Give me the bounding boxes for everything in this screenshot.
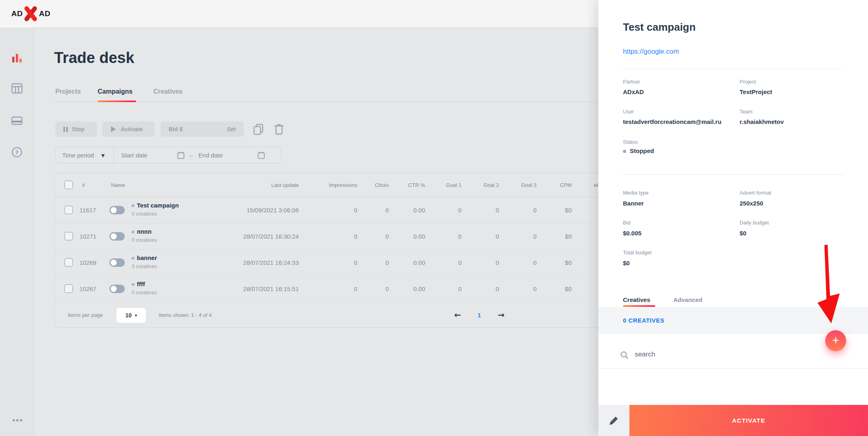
advert-format-value: 250x250 (740, 200, 763, 207)
campaign-row[interactable]: 10267 ffff 0 creatives 28/07/2021 16:15:… (55, 276, 612, 302)
col-clicks: Clicks (375, 173, 389, 197)
filter-divider (113, 147, 114, 163)
time-period-select[interactable]: Time period (62, 152, 94, 159)
select-all-checkbox[interactable] (64, 180, 73, 189)
activate-button[interactable]: Activate (102, 122, 155, 137)
chevron-down-icon[interactable]: ▼ (101, 153, 105, 158)
page-title: Trade desk (54, 49, 134, 67)
panel-divider (598, 368, 868, 369)
col-ctr: CTR % (408, 173, 425, 197)
bid-set-control[interactable]: Bid $ Set (161, 122, 244, 137)
stats-icon[interactable] (11, 52, 23, 64)
col-goal2: Goal 2 (484, 173, 499, 197)
col-last-update: Last update (271, 173, 299, 197)
projects-icon[interactable] (11, 83, 23, 94)
campaign-name[interactable]: ffff (137, 281, 145, 287)
cell-goal2: 0 (496, 223, 499, 249)
annotation-arrow-icon (811, 241, 848, 327)
next-page-arrow[interactable]: → (498, 302, 505, 328)
cell-ctr: 0.00 (413, 223, 425, 249)
items-per-page-value: 10 (125, 303, 132, 328)
panel-activate-button[interactable]: ACTIVATE (629, 405, 868, 436)
status-bullet (132, 257, 134, 260)
daily-budget-label: Daily budget (740, 220, 769, 226)
campaign-toggle[interactable] (109, 258, 125, 267)
col-name: Name (111, 173, 125, 197)
add-creative-button[interactable]: + (825, 330, 846, 351)
campaign-toggle[interactable] (109, 285, 125, 293)
creative-search-input[interactable] (634, 350, 765, 359)
cell-goal3: 0 (533, 223, 537, 249)
cell-goal2: 0 (496, 276, 499, 302)
campaign-toggle[interactable] (109, 232, 125, 241)
pagination-bar: Items per page 10 ▾ Items shown: 1 - 4 o… (55, 302, 612, 328)
copy-icon[interactable] (252, 123, 264, 135)
cell-clicks: 0 (386, 276, 389, 302)
more-icon[interactable] (12, 418, 23, 422)
bid-input[interactable]: Bid $ (169, 126, 182, 132)
end-date-calendar-icon[interactable] (258, 151, 265, 159)
row-checkbox[interactable] (64, 232, 73, 241)
campaign-name[interactable]: пппп (137, 228, 151, 235)
status-label: Status (623, 139, 638, 145)
cell-clicks: 0 (386, 249, 389, 276)
active-tab-underline (98, 101, 136, 102)
stop-button[interactable]: Stop (55, 122, 97, 137)
bid-set-button[interactable]: Set (227, 126, 236, 132)
cell-impressions: 0 (354, 223, 357, 249)
pause-icon (63, 127, 68, 132)
campaign-name[interactable]: banner (137, 254, 157, 261)
logo-text-right: AD (39, 9, 50, 18)
adxad-logo[interactable]: AD AD (11, 5, 50, 23)
payments-icon[interactable] (11, 115, 23, 126)
items-shown-label: Items shown: 1 - 4 of 4 (159, 302, 212, 328)
campaign-details-panel: Test campaign https://google.com Partner… (598, 0, 868, 436)
panel-title: Test campaign (623, 21, 696, 34)
campaign-row[interactable]: 11617 Test campaign 0 creatives 15/09/20… (55, 197, 612, 224)
campaign-row[interactable]: 10271 пппп 0 creatives 28/07/2021 16:30:… (55, 223, 612, 250)
panel-tab-creatives[interactable]: Creatives (623, 296, 650, 303)
tab-creatives[interactable]: Creatives (153, 88, 182, 95)
cell-last-update: 15/09/2021 3:06:06 (247, 197, 299, 223)
plus-icon: + (832, 333, 839, 347)
col-goal3: Goal 3 (521, 173, 537, 197)
tab-projects[interactable]: Projects (55, 88, 81, 95)
cell-ctr: 0.00 (413, 249, 425, 276)
logo-text-left: AD (11, 9, 23, 18)
status-bullet (623, 150, 626, 153)
panel-bottom-bar: ACTIVATE (598, 405, 868, 436)
cell-goal3: 0 (533, 197, 537, 223)
panel-tab-advanced[interactable]: Advanced (673, 296, 702, 303)
edit-button[interactable] (598, 405, 629, 436)
start-date-calendar-icon[interactable] (177, 151, 185, 159)
table-header-row: # Name Last update Impressions Clicks CT… (55, 173, 612, 197)
items-per-page-select[interactable]: 10 ▾ (116, 307, 147, 323)
partner-value: ADxAD (623, 88, 644, 95)
svg-text:?: ? (15, 149, 19, 155)
row-checkbox[interactable] (64, 205, 73, 214)
start-date-input[interactable]: Start date (121, 152, 147, 159)
row-checkbox[interactable] (64, 284, 73, 293)
col-impressions: Impressions (329, 173, 357, 197)
help-icon[interactable]: ? (11, 147, 23, 158)
campaign-name[interactable]: Test campaign (137, 202, 179, 209)
stop-button-label: Stop (72, 126, 84, 132)
cell-impressions: 0 (354, 197, 357, 223)
campaign-toggle[interactable] (109, 206, 125, 214)
delete-icon[interactable] (273, 123, 285, 135)
total-budget-label: Total budget (623, 249, 652, 256)
current-page[interactable]: 1 (478, 302, 481, 328)
panel-divider (623, 174, 843, 175)
cell-goal1: 0 (458, 223, 461, 249)
cell-impressions: 0 (354, 249, 357, 276)
tab-campaigns[interactable]: Campaigns (98, 88, 132, 95)
col-number: # (82, 173, 85, 197)
campaigns-table: # Name Last update Impressions Clicks CT… (54, 173, 612, 328)
campaign-row[interactable]: 10269 banner 3 creatives 28/07/2021 16:2… (55, 249, 612, 276)
daily-budget-value: $0 (740, 230, 746, 237)
row-checkbox[interactable] (64, 258, 73, 267)
end-date-input[interactable]: End date (199, 152, 223, 159)
chevron-down-icon: ▾ (135, 303, 137, 328)
prev-page-arrow[interactable]: ← (454, 302, 461, 328)
campaign-url-link[interactable]: https://google.com (623, 48, 679, 56)
